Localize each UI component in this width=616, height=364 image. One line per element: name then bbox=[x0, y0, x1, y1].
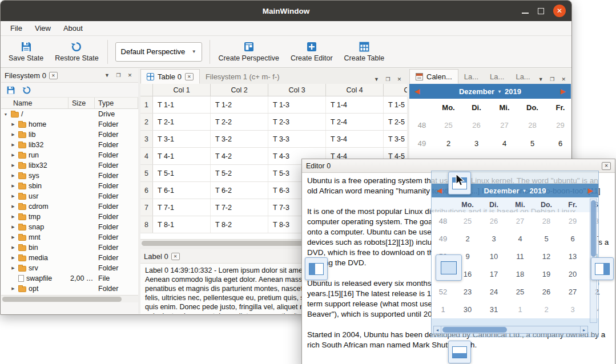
calendar-day[interactable]: 11 bbox=[507, 252, 533, 261]
dock-menu-button[interactable]: ▼ bbox=[536, 74, 546, 84]
close-button[interactable]: ✕ bbox=[553, 5, 566, 17]
expander-icon[interactable]: ▶ bbox=[10, 122, 16, 127]
table-cell[interactable]: T 6-2 bbox=[211, 182, 268, 199]
tree-row[interactable]: ▶mediaFolder bbox=[1, 253, 138, 263]
calendar-day[interactable]: 5 bbox=[533, 234, 559, 243]
calendar-day[interactable]: 25 bbox=[434, 121, 462, 130]
calendar-day[interactable]: 5 bbox=[518, 139, 546, 148]
table-cell[interactable]: T 3-1 bbox=[153, 131, 211, 147]
table-cell[interactable]: T 6-1 bbox=[153, 182, 211, 199]
calendar-day[interactable]: 18 bbox=[507, 270, 533, 278]
calendar-day[interactable]: 3 bbox=[462, 139, 490, 148]
tree-row[interactable]: ▶runFolder bbox=[1, 150, 138, 160]
table-cell[interactable]: T 4-1 bbox=[153, 148, 211, 164]
save-state-button[interactable]: Save State bbox=[3, 39, 49, 64]
expander-icon[interactable]: ▶ bbox=[10, 204, 16, 209]
dock-float-button[interactable]: ❐ bbox=[547, 74, 557, 84]
expander-icon[interactable]: ▶ bbox=[10, 163, 16, 168]
restore-state-button[interactable]: Restore State bbox=[49, 39, 104, 64]
tree-row[interactable]: ▼/Drive bbox=[1, 109, 138, 119]
row-header[interactable]: 2 bbox=[140, 114, 153, 130]
tab-label-3[interactable]: La... bbox=[510, 69, 536, 84]
calendar-day[interactable]: 1 bbox=[507, 305, 533, 314]
calendar-day[interactable]: 25 bbox=[507, 288, 533, 296]
calendar-day[interactable]: 27 bbox=[507, 217, 533, 225]
table-cell[interactable]: T 1-1 bbox=[153, 96, 211, 113]
table-cell[interactable]: T 4-2 bbox=[211, 148, 268, 164]
tab-calendar[interactable]: Calen... bbox=[409, 69, 458, 84]
dock-drop-indicator-left[interactable] bbox=[305, 257, 328, 280]
calendar-day[interactable]: 2 bbox=[454, 234, 481, 243]
tab-filesystem1[interactable]: Filesystem 1 (c+ m- f-) bbox=[200, 69, 285, 84]
dock-close-button[interactable]: ✕ bbox=[394, 74, 404, 84]
dock-menu-button[interactable]: ▼ bbox=[372, 74, 381, 84]
tab-close-icon[interactable]: ✕ bbox=[185, 73, 194, 80]
tree-row[interactable]: ▶optFolder bbox=[1, 284, 138, 294]
create-table-button[interactable]: Create Table bbox=[339, 39, 390, 64]
restore-icon[interactable] bbox=[22, 86, 31, 95]
calendar-day[interactable]: 27 bbox=[559, 288, 586, 296]
save-icon[interactable] bbox=[6, 86, 15, 95]
tab-close-icon[interactable]: ✕ bbox=[171, 253, 180, 260]
row-header[interactable]: 3 bbox=[140, 131, 153, 147]
expander-icon[interactable]: ▶ bbox=[10, 143, 16, 147]
table-cell[interactable]: T 3-2 bbox=[211, 131, 268, 147]
expander-icon[interactable]: ▶ bbox=[10, 266, 16, 270]
table-cell[interactable]: T 5-2 bbox=[211, 165, 268, 181]
dock-drop-indicator-bottom[interactable] bbox=[448, 341, 471, 363]
table-cell[interactable]: T 7-2 bbox=[211, 199, 268, 216]
table-cell[interactable]: T 5-1 bbox=[153, 165, 211, 181]
dock-float-button[interactable]: ❐ bbox=[114, 71, 123, 80]
row-header[interactable]: 5 bbox=[140, 165, 153, 181]
calendar-day[interactable]: 25 bbox=[454, 217, 481, 225]
tree-row[interactable]: ▶sysFolder bbox=[1, 171, 138, 181]
calendar-day[interactable]: 3 bbox=[481, 234, 507, 243]
create-perspective-button[interactable]: Create Perspective bbox=[213, 39, 285, 64]
expander-icon[interactable]: ▶ bbox=[10, 256, 16, 260]
expander-icon[interactable]: ▶ bbox=[10, 225, 16, 229]
table-cell[interactable]: T 1-4 bbox=[326, 96, 384, 113]
tree-row[interactable]: ▶usrFolder bbox=[1, 191, 138, 201]
tree-row[interactable]: ▶srvFolder bbox=[1, 263, 138, 273]
maximize-button[interactable] bbox=[538, 8, 544, 14]
calendar-day[interactable]: 31 bbox=[481, 305, 507, 314]
prev-month-button[interactable]: ◀ bbox=[414, 87, 420, 95]
row-header[interactable]: 1 bbox=[140, 96, 153, 113]
calendar-day[interactable]: 6 bbox=[546, 139, 571, 148]
table-cell[interactable]: T 3-3 bbox=[268, 131, 326, 147]
expander-icon[interactable]: ▶ bbox=[10, 215, 16, 219]
next-month-button[interactable]: ▶ bbox=[561, 87, 566, 95]
column-header[interactable]: Col 4 bbox=[326, 84, 384, 96]
column-header[interactable]: Col 5 bbox=[384, 84, 407, 96]
calendar-day[interactable]: 28 bbox=[533, 217, 559, 225]
tree-row[interactable]: ▶tmpFolder bbox=[1, 212, 138, 222]
table-cell[interactable]: T 1-3 bbox=[268, 96, 326, 113]
table-cell[interactable]: T 1-2 bbox=[211, 96, 268, 113]
calendar-day[interactable]: 24 bbox=[481, 288, 507, 296]
tab-label-2[interactable]: La... bbox=[484, 69, 510, 84]
expander-icon[interactable]: ▶ bbox=[10, 153, 16, 157]
dock-float-button[interactable]: ❐ bbox=[383, 74, 393, 84]
tree-row[interactable]: ▶libFolder bbox=[1, 130, 138, 140]
calendar-day[interactable]: 10 bbox=[481, 252, 507, 261]
expander-icon[interactable]: ▶ bbox=[10, 184, 16, 188]
create-editor-button[interactable]: Create Editor bbox=[285, 39, 339, 64]
calendar-day[interactable]: 26 bbox=[481, 217, 507, 225]
tree-row[interactable]: ▶libx32Folder bbox=[1, 160, 138, 171]
expander-icon[interactable]: ▶ bbox=[10, 235, 16, 240]
tree-row[interactable]: ▶lib32Folder bbox=[1, 140, 138, 150]
table-cell[interactable]: T 2-1 bbox=[153, 114, 211, 130]
dock-drop-indicator-center[interactable] bbox=[436, 254, 462, 281]
tab-label-1[interactable]: La... bbox=[458, 69, 484, 84]
filesystem-panel-header[interactable]: Filesystem 0 ✕ ▼ ❐ ✕ bbox=[1, 68, 138, 83]
dock-menu-button[interactable]: ▼ bbox=[102, 71, 112, 80]
perspective-combobox[interactable]: Default Perspective ▼ bbox=[115, 42, 202, 62]
row-header[interactable]: 4 bbox=[140, 148, 153, 164]
calendar-day[interactable]: 19 bbox=[533, 270, 559, 278]
menu-file[interactable]: File bbox=[4, 22, 29, 35]
tree-row[interactable]: ▶binFolder bbox=[1, 242, 138, 253]
table-cell[interactable]: T 2-3 bbox=[268, 114, 326, 130]
tree-row[interactable]: ▶cdromFolder bbox=[1, 201, 138, 212]
column-header[interactable]: Col 2 bbox=[211, 84, 268, 96]
calendar-day[interactable]: 20 bbox=[559, 270, 586, 278]
